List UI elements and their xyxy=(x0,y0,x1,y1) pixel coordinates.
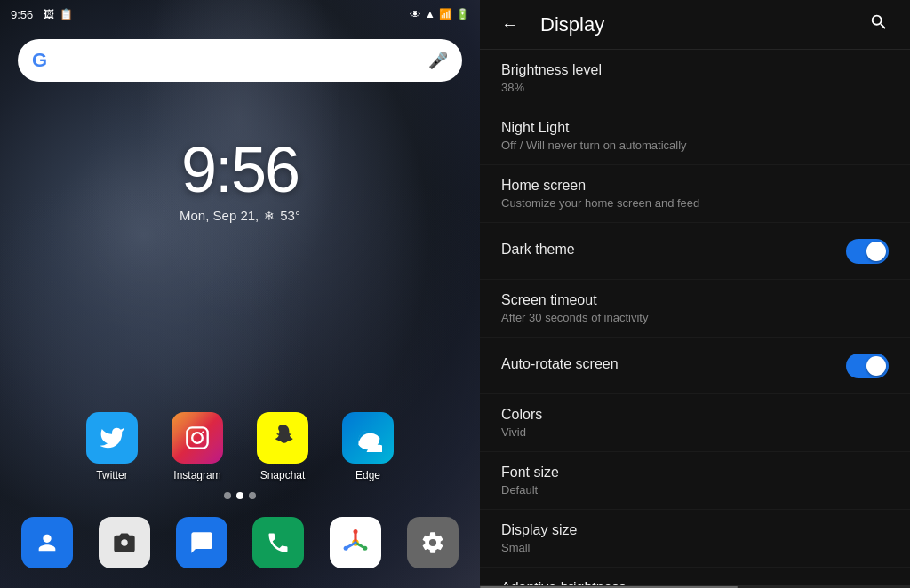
settings-header: ← Display xyxy=(480,0,910,50)
app-row: Twitter Instagram Snapchat Edge xyxy=(0,412,480,481)
setting-text-display-size: Display sizeSmall xyxy=(501,522,889,554)
toggle-auto-rotate[interactable] xyxy=(846,354,889,378)
setting-text-colors: ColorsVivid xyxy=(501,407,889,439)
svg-point-2 xyxy=(202,431,204,433)
wallpaper xyxy=(0,0,480,588)
setting-item-night-light[interactable]: Night LightOff / Will never turn on auto… xyxy=(480,107,910,165)
setting-item-adaptive-brightness[interactable]: Adaptive brightnessOn xyxy=(480,568,910,585)
setting-text-dark-theme: Dark theme xyxy=(501,242,832,260)
dock-messages-icon[interactable] xyxy=(176,517,228,568)
instagram-icon xyxy=(172,412,223,464)
google-logo: G xyxy=(32,49,47,72)
setting-item-font-size[interactable]: Font sizeDefault xyxy=(480,452,910,510)
screenshot-icon: 📋 xyxy=(60,8,73,20)
dock-settings-icon[interactable] xyxy=(407,517,459,568)
date-text: Mon, Sep 21, xyxy=(180,208,259,223)
status-bar: 9:56 🖼 📋 👁 ▲ 📶 🔋 xyxy=(0,0,480,28)
app-instagram[interactable]: Instagram xyxy=(172,412,223,481)
settings-title: Display xyxy=(540,13,862,36)
app-twitter[interactable]: Twitter xyxy=(86,412,138,481)
toggle-thumb-auto-rotate xyxy=(866,356,886,376)
setting-text-brightness: Brightness level38% xyxy=(501,62,889,94)
dot-1 xyxy=(224,492,231,499)
status-system-icons: 👁 ▲ 📶 🔋 xyxy=(410,8,469,21)
setting-item-dark-theme[interactable]: Dark theme xyxy=(480,223,910,280)
clock-widget: 9:56 Mon, Sep 21, ❄ 53° xyxy=(0,133,480,223)
instagram-label: Instagram xyxy=(173,469,220,481)
dock-photos-icon[interactable] xyxy=(330,517,381,568)
clock-time: 9:56 xyxy=(0,133,480,206)
snapchat-label: Snapchat xyxy=(260,469,306,481)
setting-item-display-size[interactable]: Display sizeSmall xyxy=(480,510,910,568)
mic-icon[interactable]: 🎤 xyxy=(428,51,448,70)
setting-subtitle-night-light: Off / Will never turn on automatically xyxy=(501,139,889,152)
back-button[interactable]: ← xyxy=(494,7,526,42)
svg-point-6 xyxy=(344,546,348,551)
dot-3 xyxy=(249,492,256,499)
home-screen-panel: 9:56 🖼 📋 👁 ▲ 📶 🔋 G 🎤 9:56 Mon, Sep 21, ❄… xyxy=(0,0,480,588)
battery-icon: 🔋 xyxy=(456,8,469,20)
toggle-dark-theme[interactable] xyxy=(846,239,889,264)
setting-title-font-size: Font size xyxy=(501,465,889,481)
setting-subtitle-home-screen: Customize your home screen and feed xyxy=(501,196,889,210)
svg-point-4 xyxy=(353,529,357,534)
setting-subtitle-display-size: Small xyxy=(501,541,889,554)
setting-subtitle-colors: Vivid xyxy=(501,425,889,439)
svg-rect-0 xyxy=(187,427,207,448)
setting-title-auto-rotate: Auto-rotate screen xyxy=(501,356,832,372)
settings-panel: ← Display Brightness level38%Night Light… xyxy=(480,0,910,588)
google-search-bar[interactable]: G 🎤 xyxy=(18,39,462,82)
setting-title-night-light: Night Light xyxy=(501,120,889,136)
eye-icon: 👁 xyxy=(410,8,421,21)
setting-text-screen-timeout: Screen timeoutAfter 30 seconds of inacti… xyxy=(501,292,889,324)
dock-phone-icon[interactable] xyxy=(252,517,304,568)
svg-point-1 xyxy=(192,433,203,443)
twitter-label: Twitter xyxy=(96,469,127,481)
photo-app-icon: 🖼 xyxy=(44,8,54,20)
signal-icon: 📶 xyxy=(439,8,452,20)
weather-icon: ❄ xyxy=(264,209,275,223)
edge-icon xyxy=(342,412,394,464)
setting-subtitle-screen-timeout: After 30 seconds of inactivity xyxy=(501,311,889,324)
search-button[interactable] xyxy=(862,5,896,44)
setting-title-display-size: Display size xyxy=(501,522,889,538)
snapchat-icon xyxy=(257,412,308,464)
clock-date: Mon, Sep 21, ❄ 53° xyxy=(0,208,480,223)
app-edge[interactable]: Edge xyxy=(342,412,394,481)
setting-item-home-screen[interactable]: Home screenCustomize your home screen an… xyxy=(480,165,910,223)
twitter-icon xyxy=(86,412,138,464)
page-dots xyxy=(0,492,480,499)
setting-subtitle-font-size: Default xyxy=(501,483,889,497)
status-time: 9:56 xyxy=(11,8,33,21)
setting-title-brightness: Brightness level xyxy=(501,62,889,78)
setting-item-auto-rotate[interactable]: Auto-rotate screen xyxy=(480,338,910,394)
dot-2 xyxy=(236,492,243,499)
setting-title-screen-timeout: Screen timeout xyxy=(501,292,889,308)
settings-list: Brightness level38%Night LightOff / Will… xyxy=(480,50,910,585)
app-dock xyxy=(9,508,471,577)
svg-point-5 xyxy=(363,546,367,551)
setting-text-home-screen: Home screenCustomize your home screen an… xyxy=(501,178,889,210)
setting-text-auto-rotate: Auto-rotate screen xyxy=(501,356,832,375)
status-notification-icons: 9:56 🖼 📋 xyxy=(11,8,73,21)
dock-contacts-icon[interactable] xyxy=(21,517,73,568)
setting-title-colors: Colors xyxy=(501,407,889,423)
setting-text-font-size: Font sizeDefault xyxy=(501,465,889,497)
setting-subtitle-brightness: 38% xyxy=(501,81,889,94)
wifi-icon: ▲ xyxy=(425,8,435,20)
setting-item-colors[interactable]: ColorsVivid xyxy=(480,394,910,452)
edge-label: Edge xyxy=(355,469,380,481)
temperature: 53° xyxy=(280,208,300,223)
setting-title-dark-theme: Dark theme xyxy=(501,242,832,258)
setting-item-screen-timeout[interactable]: Screen timeoutAfter 30 seconds of inacti… xyxy=(480,280,910,338)
toggle-thumb-dark-theme xyxy=(866,242,886,261)
dock-camera-icon[interactable] xyxy=(99,517,150,568)
setting-title-home-screen: Home screen xyxy=(501,178,889,194)
app-snapchat[interactable]: Snapchat xyxy=(257,412,308,481)
setting-item-brightness[interactable]: Brightness level38% xyxy=(480,50,910,107)
g-letter-blue: G xyxy=(32,49,47,72)
setting-text-night-light: Night LightOff / Will never turn on auto… xyxy=(501,120,889,152)
